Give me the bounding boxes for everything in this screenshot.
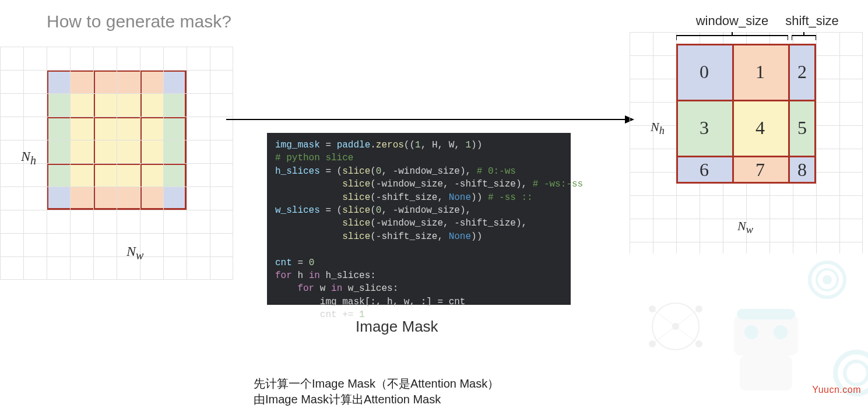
rg-num-8: 8 [788,156,816,184]
rg-num-3: 3 [676,100,732,156]
explain-line-1: 先计算一个Image Mask（不是Attention Mask） [254,376,499,392]
rg-num-4: 4 [732,100,788,156]
svg-line-9 [652,309,676,326]
robot-decoration [617,245,868,408]
rg-num-1: 1 [732,44,788,100]
svg-rect-13 [734,315,798,356]
slide-root: How to generate mask? /* lines injected … [0,0,868,408]
shift-size-brace [792,32,816,41]
left-nw-label: Nw [126,244,143,262]
right-nw-label: Nw [737,219,753,236]
left-grid: /* lines injected below via template rep… [0,47,233,280]
rg-num-0: 0 [676,44,732,100]
rg-num-5: 5 [788,100,816,156]
watermark-text: Yuucn.com [812,385,861,395]
svg-line-11 [652,326,676,344]
svg-point-16 [774,325,788,339]
window-size-brace [676,32,788,41]
code-caption: Image Mask [356,318,438,336]
right-nh-label: Nh [651,119,665,137]
svg-point-2 [823,275,832,284]
shift-size-label: shift_size [780,13,844,29]
rg-num-2: 2 [788,44,816,100]
svg-point-15 [744,325,758,339]
rg-num-7: 7 [732,156,788,184]
right-grid: 0 1 2 3 4 5 6 7 8 Nh Nw window_size shif… [630,32,863,254]
left-nh-label: Nh [21,149,36,167]
code-block: img_mask = paddle.zeros((1, H, W, 1)) # … [267,133,571,305]
svg-line-10 [676,309,699,326]
svg-line-12 [676,326,699,344]
explain-line-2: 由Image Mask计算出Attention Mask [254,392,499,407]
svg-point-19 [845,361,868,385]
window-size-label: window_size [680,13,785,29]
explanation-text: 先计算一个Image Mask（不是Attention Mask） 由Image… [254,376,499,407]
svg-rect-14 [737,309,795,319]
slide-title: How to generate mask? [47,12,231,31]
arrow-icon [226,114,634,125]
rg-num-6: 6 [676,156,732,184]
svg-rect-17 [740,356,792,391]
